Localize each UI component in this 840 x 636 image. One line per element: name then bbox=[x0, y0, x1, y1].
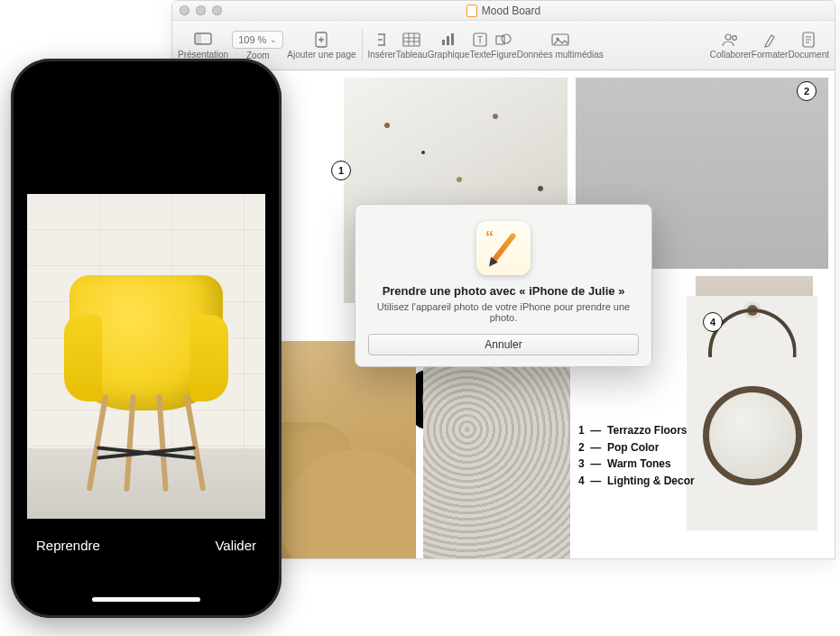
text-icon: T bbox=[470, 32, 490, 48]
svg-rect-6 bbox=[451, 33, 454, 45]
sheet-title: Prendre une photo avec « iPhone de Julie… bbox=[368, 284, 639, 298]
cancel-button[interactable]: Annuler bbox=[368, 334, 639, 355]
chart-icon bbox=[438, 32, 458, 48]
format-icon bbox=[760, 32, 780, 48]
camera-viewfinder bbox=[27, 194, 265, 519]
window-title: Mood Board bbox=[172, 5, 835, 17]
camera-bottom-bar: Reprendre Valider bbox=[20, 501, 272, 609]
add-page-icon bbox=[311, 32, 331, 48]
svg-rect-4 bbox=[442, 40, 445, 45]
iphone-screen: Reprendre Valider bbox=[20, 68, 272, 609]
legend-row: 3 — Warm Tones bbox=[578, 456, 741, 473]
tool-presentation[interactable]: Présentation bbox=[178, 32, 228, 60]
use-photo-button[interactable]: Valider bbox=[215, 538, 256, 553]
iphone-notch bbox=[83, 68, 209, 91]
shape-icon bbox=[494, 32, 513, 48]
tool-add-page[interactable]: Ajouter une page bbox=[287, 32, 355, 60]
image-rug[interactable] bbox=[423, 341, 570, 558]
image-mirror[interactable] bbox=[687, 296, 817, 530]
chair-photo bbox=[60, 257, 232, 492]
legend[interactable]: 1 — Terrazzo Floors 2 — Pop Color 3 — Wa… bbox=[578, 422, 741, 489]
svg-point-10 bbox=[502, 34, 511, 43]
tool-chart[interactable]: Graphique bbox=[428, 32, 470, 60]
presentation-icon bbox=[193, 32, 213, 48]
svg-rect-1 bbox=[195, 33, 201, 44]
collaborate-icon bbox=[721, 32, 741, 48]
tool-zoom[interactable]: 109 % ⌄ Zoom bbox=[228, 31, 287, 60]
tool-media[interactable]: Données multimédias bbox=[517, 32, 604, 60]
tool-document[interactable]: Document bbox=[788, 32, 829, 60]
badge-1[interactable]: 1 bbox=[331, 161, 351, 180]
close-window-dot[interactable] bbox=[180, 5, 189, 15]
retake-button[interactable]: Reprendre bbox=[36, 538, 100, 553]
svg-point-13 bbox=[725, 34, 731, 40]
tool-format[interactable]: Formater bbox=[752, 32, 789, 60]
svg-text:T: T bbox=[477, 35, 483, 45]
legend-row: 4 — Lighting & Decor bbox=[578, 473, 741, 490]
media-icon bbox=[550, 32, 570, 48]
toolbar-separator bbox=[362, 30, 363, 60]
svg-rect-3 bbox=[403, 33, 420, 46]
tool-shape[interactable]: Figure bbox=[491, 32, 516, 60]
document-icon bbox=[466, 5, 477, 17]
badge-4[interactable]: 4 bbox=[703, 312, 723, 332]
document-tool-icon bbox=[798, 32, 818, 48]
tool-insert[interactable]: Insérer bbox=[368, 32, 396, 60]
continuity-camera-sheet: “ Prendre une photo avec « iPhone de Jul… bbox=[355, 204, 652, 367]
badge-2[interactable]: 2 bbox=[797, 81, 817, 101]
insert-icon bbox=[372, 32, 392, 48]
titlebar: Mood Board bbox=[172, 1, 835, 21]
tool-collaborate[interactable]: Collaborer bbox=[710, 32, 752, 60]
table-icon bbox=[402, 32, 421, 48]
pages-app-icon: “ bbox=[476, 221, 531, 275]
window-controls bbox=[180, 5, 222, 15]
tool-text[interactable]: T Texte bbox=[469, 32, 491, 60]
window-title-text: Mood Board bbox=[482, 5, 540, 17]
legend-row: 2 — Pop Color bbox=[578, 439, 741, 456]
legend-row: 1 — Terrazzo Floors bbox=[578, 422, 741, 439]
home-indicator[interactable] bbox=[92, 597, 200, 602]
chevron-down-icon: ⌄ bbox=[270, 35, 277, 44]
svg-rect-9 bbox=[496, 36, 504, 44]
toolbar: Présentation 109 % ⌄ Zoom Ajouter une pa… bbox=[172, 21, 835, 70]
svg-rect-5 bbox=[447, 36, 449, 45]
iphone-device: Reprendre Valider bbox=[11, 59, 282, 618]
zoom-window-dot[interactable] bbox=[212, 5, 222, 15]
tool-table[interactable]: Tableau bbox=[396, 32, 428, 60]
sheet-subtitle: Utilisez l'appareil photo de votre iPhon… bbox=[368, 301, 639, 323]
svg-point-14 bbox=[732, 35, 736, 40]
minimize-window-dot[interactable] bbox=[196, 5, 206, 15]
